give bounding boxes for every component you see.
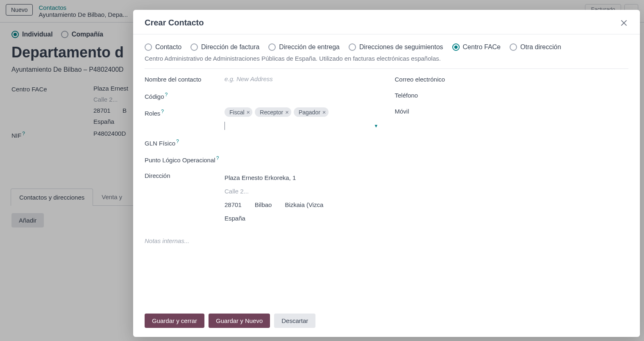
radio-type-entrega[interactable]: Dirección de entrega [268, 43, 340, 51]
roles-input[interactable] [224, 122, 374, 130]
help-icon[interactable]: ? [216, 155, 219, 161]
radio-type-contacto[interactable]: Contacto [145, 43, 181, 51]
nombre-input[interactable] [224, 75, 379, 83]
tag-remove-icon[interactable]: × [322, 109, 326, 116]
discard-button[interactable]: Descartar [274, 314, 315, 328]
label-punto-logico: Punto Lógico Operacional? [145, 154, 224, 164]
correo-input[interactable] [475, 75, 629, 83]
save-new-button[interactable]: Guardar y Nuevo [209, 314, 270, 328]
help-icon[interactable]: ? [161, 109, 164, 114]
tag-pagador: Pagador× [294, 107, 329, 117]
label-codigo: Código? [145, 91, 224, 100]
address-country: España [224, 211, 379, 225]
radio-type-seguimientos[interactable]: Direcciones de seguimientos [349, 43, 443, 51]
address-block[interactable]: Plaza Ernesto Erkoreka, 1 Calle 2... 287… [224, 171, 379, 225]
tag-remove-icon[interactable]: × [285, 109, 289, 116]
radio-type-otra[interactable]: Otra dirección [510, 43, 561, 51]
type-help-text: Centro Administrativo de Administracione… [145, 55, 628, 69]
label-direccion: Dirección [145, 171, 224, 225]
label-gln: GLN Físico? [145, 137, 224, 147]
address-city: Bilbao [255, 198, 272, 211]
codigo-input[interactable] [224, 91, 379, 99]
close-icon[interactable] [619, 18, 628, 27]
radio-type-face[interactable]: Centro FACe [452, 43, 501, 51]
address-zip: 28701 [224, 198, 242, 211]
movil-input[interactable] [475, 107, 629, 115]
help-icon[interactable]: ? [176, 139, 179, 144]
punto-logico-input[interactable] [224, 154, 379, 163]
address-line2: Calle 2... [224, 184, 379, 198]
modal-title: Crear Contacto [145, 18, 204, 27]
label-movil: Móvil [395, 107, 475, 115]
tag-fiscal: Fiscal× [224, 107, 252, 117]
roles-tags[interactable]: Fiscal× Receptor× Pagador× ▼ [224, 107, 379, 130]
label-nombre: Nombre del contacto [145, 75, 224, 83]
label-telefono: Teléfono [395, 91, 475, 99]
label-roles: Roles? [145, 107, 224, 130]
help-icon[interactable]: ? [165, 92, 168, 98]
address-line1: Plaza Ernesto Erkoreka, 1 [224, 171, 379, 184]
create-contact-modal: Crear Contacto Contacto Dirección de fac… [133, 10, 640, 337]
gln-input[interactable] [224, 137, 379, 146]
address-state: Bizkaia (Vizca [285, 198, 323, 211]
notes-input[interactable] [145, 236, 379, 246]
radio-type-factura[interactable]: Dirección de factura [190, 43, 259, 51]
tag-remove-icon[interactable]: × [247, 109, 250, 116]
save-close-button[interactable]: Guardar y cerrar [145, 314, 204, 328]
telefono-input[interactable] [475, 91, 629, 99]
label-correo: Correo electrónico [395, 75, 475, 83]
chevron-down-icon[interactable]: ▼ [374, 123, 379, 128]
tag-receptor: Receptor× [255, 107, 291, 117]
